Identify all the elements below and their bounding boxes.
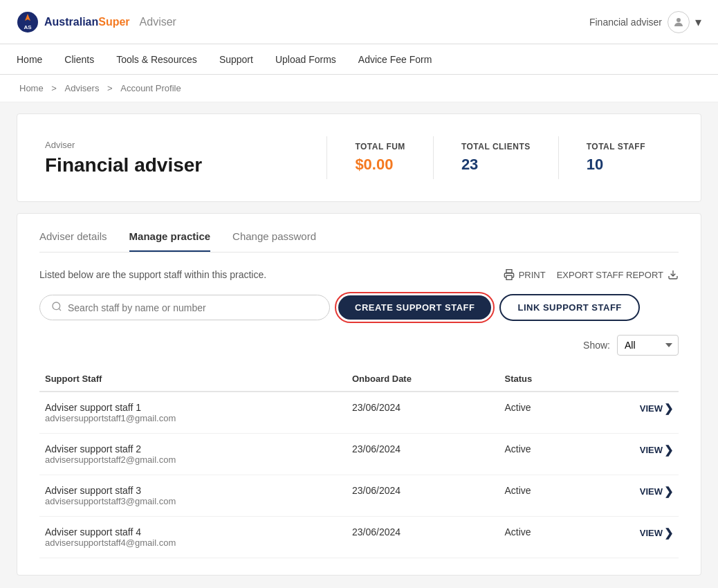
breadcrumb-account-profile: Account Profile [120,83,181,93]
onboard-date-cell: 23/06/2024 [347,517,499,558]
create-support-staff-button[interactable]: CREATE SUPPORT STAFF [338,295,491,320]
stat-clients-label: TOTAL CLIENTS [461,142,531,151]
view-label: VIEW [640,403,663,414]
table-row: Adviser support staff 3 advisersupportst… [39,475,679,517]
chevron-right-icon: ❯ [664,402,673,415]
view-label: VIEW [640,486,663,497]
breadcrumb-sep1: > [51,83,59,93]
search-input[interactable] [68,302,318,313]
search-box[interactable] [39,295,330,320]
staff-email: advisersupportstaff4@gmail.com [45,538,341,548]
staff-info-cell: Adviser support staff 4 advisersupportst… [39,517,347,558]
stat-total-clients: TOTAL CLIENTS 23 [434,136,559,179]
view-link[interactable]: VIEW ❯ [588,443,673,457]
svg-rect-4 [506,270,512,273]
status-cell: Active [499,475,583,517]
stat-fum-value: $0.00 [355,156,405,174]
nav-home[interactable]: Home [17,51,42,68]
show-select[interactable]: All Active Inactive [617,335,679,356]
staff-table: Support Staff Onboard Date Status Advise… [39,367,679,558]
onboard-date-cell: 23/06/2024 [347,475,499,517]
toolbar-actions: PRINT EXPORT STAFF REPORT [504,269,679,280]
nav-advice-fee-form[interactable]: Advice Fee Form [358,51,432,68]
svg-point-7 [53,302,60,310]
adviser-name: Financial adviser [45,154,326,176]
view-label: VIEW [640,445,663,455]
user-label: Financial adviser [589,17,662,28]
nav-upload-forms[interactable]: Upload Forms [275,51,336,68]
view-link[interactable]: VIEW ❯ [588,485,673,498]
view-cell[interactable]: VIEW ❯ [582,517,679,558]
logo-brand: AustralianSuper [44,16,130,28]
logo-icon: AS [17,11,39,33]
view-label: VIEW [640,528,663,538]
view-cell[interactable]: VIEW ❯ [582,392,679,434]
download-icon [668,269,679,280]
status-cell: Active [499,517,583,558]
table-header: Support Staff Onboard Date Status [39,367,679,392]
staff-name: Adviser support staff 3 [45,485,341,496]
tab-manage-practice[interactable]: Manage practice [129,230,211,252]
svg-rect-5 [506,275,512,279]
logo-area: AS AustralianSuper Adviser [17,11,176,33]
staff-info-cell: Adviser support staff 1 advisersupportst… [39,392,347,434]
view-cell[interactable]: VIEW ❯ [582,434,679,475]
toolbar-description: Listed below are the support staff withi… [39,269,266,280]
col-status: Status [499,367,583,392]
svg-point-3 [676,18,681,22]
table-row: Adviser support staff 1 advisersupportst… [39,392,679,434]
staff-email: advisersupportstaff1@gmail.com [45,413,341,423]
nav-support[interactable]: Support [219,51,253,68]
adviser-info: Adviser Financial adviser [45,140,326,176]
tab-adviser-details[interactable]: Adviser details [39,230,107,252]
breadcrumb-advisers[interactable]: Advisers [65,83,100,93]
adviser-label: Adviser [140,16,176,28]
stat-fum-label: TOTAL FUM [355,142,405,151]
tab-change-password[interactable]: Change password [232,230,316,252]
stat-staff-value: 10 [587,156,645,174]
view-cell[interactable]: VIEW ❯ [582,475,679,517]
show-filter-row: Show: All Active Inactive [39,335,679,356]
staff-name: Adviser support staff 1 [45,402,341,413]
link-support-staff-button[interactable]: LINK SUPPORT STAFF [499,294,639,321]
show-label: Show: [583,340,610,351]
staff-info-cell: Adviser support staff 3 advisersupportst… [39,475,347,517]
table-row: Adviser support staff 2 advisersupportst… [39,434,679,475]
chevron-right-icon: ❯ [664,526,673,540]
print-action[interactable]: PRINT [504,269,546,280]
main-content: Adviser details Manage practice Change p… [17,213,701,576]
stat-total-staff: TOTAL STAFF 10 [559,136,673,179]
user-area[interactable]: Financial adviser ▾ [589,11,701,33]
table-row: Adviser support staff 4 advisersupportst… [39,517,679,558]
tabs: Adviser details Manage practice Change p… [39,230,679,252]
stats-area: TOTAL FUM $0.00 TOTAL CLIENTS 23 TOTAL S… [326,136,673,179]
view-link[interactable]: VIEW ❯ [588,402,673,415]
toolbar: Listed below are the support staff withi… [39,269,679,280]
onboard-date-cell: 23/06/2024 [347,392,499,434]
export-action[interactable]: EXPORT STAFF REPORT [557,269,679,280]
print-label: PRINT [519,270,546,280]
status-cell: Active [499,392,583,434]
nav-clients[interactable]: Clients [64,51,94,68]
staff-email: advisersupportstaff2@gmail.com [45,454,341,465]
adviser-type: Adviser [45,140,326,150]
stat-staff-label: TOTAL STAFF [587,142,645,151]
user-icon [668,11,690,33]
view-link[interactable]: VIEW ❯ [588,526,673,540]
export-label: EXPORT STAFF REPORT [557,270,663,280]
search-icon [51,301,62,314]
chevron-right-icon: ❯ [664,485,673,498]
col-onboard-date: Onboard Date [347,367,499,392]
summary-card: Adviser Financial adviser TOTAL FUM $0.0… [17,113,701,202]
stat-clients-value: 23 [461,156,531,174]
status-cell: Active [499,434,583,475]
table-body: Adviser support staff 1 advisersupportst… [39,392,679,558]
nav-tools-resources[interactable]: Tools & Resources [116,51,197,68]
breadcrumb: Home > Advisers > Account Profile [0,75,718,102]
staff-email: advisersupportstaff3@gmail.com [45,496,341,506]
header: AS AustralianSuper Adviser Financial adv… [0,0,718,44]
main-nav: Home Clients Tools & Resources Support U… [0,44,718,75]
breadcrumb-home[interactable]: Home [19,83,44,93]
print-icon [504,269,515,280]
chevron-right-icon: ❯ [664,443,673,457]
